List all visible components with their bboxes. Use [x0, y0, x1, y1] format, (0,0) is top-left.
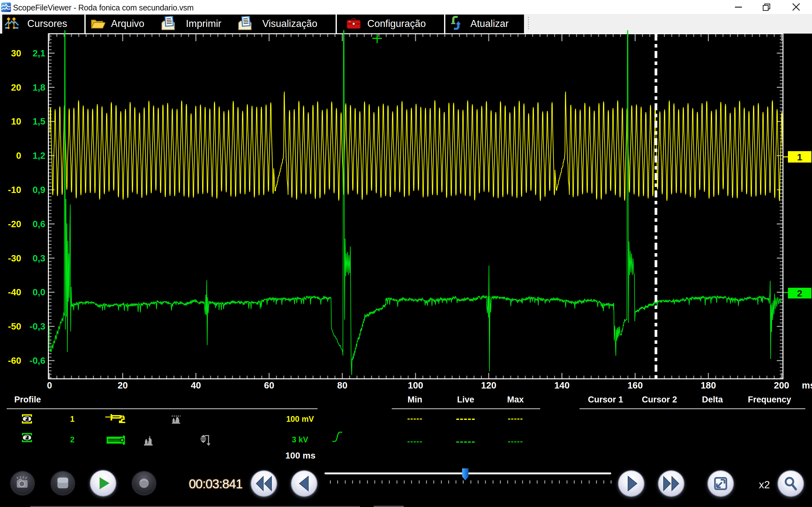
svg-text:1: 1	[797, 152, 803, 162]
svg-text:2: 2	[797, 288, 803, 298]
